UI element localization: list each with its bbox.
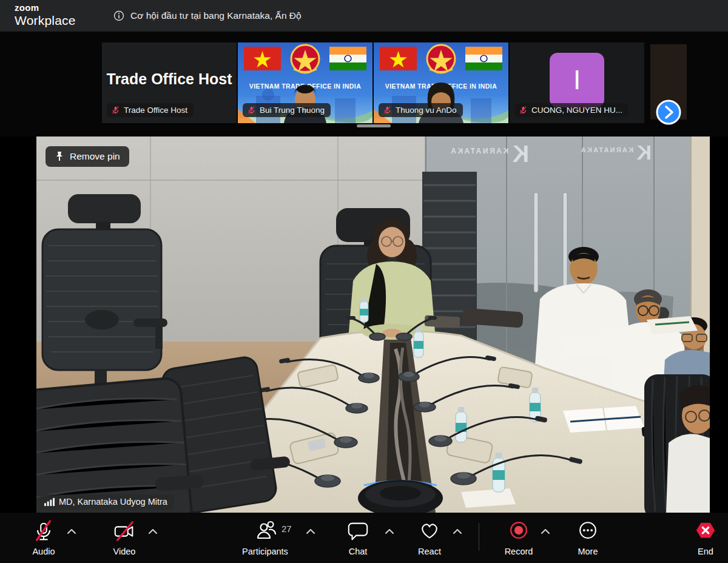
participant-name-pill: Thuong vu AnDo [379,103,463,117]
active-speaker-label: MD, Karnataka Udyog Mitra [39,494,174,510]
toolbar-separator [479,523,479,551]
meeting-toolbar: Audio Video [0,513,728,563]
react-label: React [402,547,457,556]
participants-button[interactable]: 27 Participants [231,513,300,563]
speaker-name-text: MD, Karnataka Udyog Mitra [59,497,167,507]
chat-icon [346,519,369,544]
office-chair-foreground-left [36,377,204,513]
vietnam-emblem [291,45,319,73]
chat-label: Chat [331,547,385,556]
participants-count: 27 [281,524,292,534]
next-participants-button[interactable] [655,99,682,126]
zoom-meeting-window: zoom Workplace Cơ hội đầu tư tại bang Ka… [0,0,728,563]
chat-options-chevron[interactable] [384,527,395,536]
participant-name-text: Trade Office Host [124,106,187,115]
participants-options-chevron[interactable] [305,527,316,536]
record-button[interactable]: Record [491,513,546,563]
end-label: End [681,547,728,556]
more-label: More [561,547,615,556]
participant-tile-bui-trung-thuong[interactable]: VIETNAM TRADE OFFICE IN INDIA [238,42,372,123]
main-stage: K KARNATAKA K KARNATAKA [0,137,728,513]
participant-tile-trade-office-host[interactable]: Trade Office Host Trade Office Host [102,42,237,123]
participant-name-pill: Trade Office Host [107,103,194,117]
network-signal-icon [44,497,55,507]
mic-muted-icon [32,519,55,545]
vietnam-flag [244,47,281,70]
pinned-video: K KARNATAKA K KARNATAKA [36,137,710,513]
heart-react-icon [418,519,441,544]
participant-display-name: Trade Office Host [102,70,237,88]
mic-muted-icon [111,106,120,115]
participant-tile-cuong-nguyen[interactable]: I CUONG, NGUYEN HU... [510,42,644,123]
filmstrip-scrollbar[interactable] [357,124,391,127]
video-options-chevron[interactable] [147,527,158,536]
mic-muted-icon [247,106,256,115]
audio-label: Audio [16,547,71,556]
india-flag [329,47,366,70]
glass-logo-k: K [512,141,529,167]
record-options-chevron[interactable] [540,527,551,536]
audio-options-chevron[interactable] [66,527,77,536]
react-options-chevron[interactable] [452,527,463,536]
participants-icon [256,519,280,544]
participant-name-pill: Bui Trung Thuong [243,103,331,117]
participant-filmstrip: Trade Office Host Trade Office Host [0,32,728,137]
meeting-title: Cơ hội đầu tư tại bang Karnataka, Ấn Độ [130,10,302,21]
vietnam-flag [380,47,417,70]
video-button[interactable]: Video [97,513,152,563]
avatar-letter: I [573,65,581,95]
pin-icon [55,151,64,162]
react-button[interactable]: React [402,513,457,563]
mic-muted-icon [519,106,528,115]
more-button[interactable]: More [561,513,615,563]
chevron-right-icon [655,99,682,126]
info-icon[interactable] [113,10,125,22]
avatar: I [550,53,604,107]
glass-logo-text: KARNATAKA [450,147,508,155]
glass-logo-k: K [636,141,652,164]
meeting-info: Cơ hội đầu tư tại bang Karnataka, Ấn Độ [113,0,302,32]
record-icon [507,519,530,544]
participant-name-pill: CUONG, NGUYEN HU... [514,103,629,117]
participant-tile-thuong-vu-ando[interactable]: VIETNAM TRADE OFFICE IN INDIA [374,42,508,123]
record-label: Record [491,547,546,556]
logo-zoom-text: zoom [15,3,76,12]
vietnam-emblem [427,45,455,73]
glass-logo-text: KARNATAKA [580,146,633,153]
participant-name-text: CUONG, NGUYEN HU... [531,106,622,115]
video-label: Video [97,547,152,556]
remove-pin-button[interactable]: Remove pin [46,146,129,167]
end-meeting-button[interactable]: End [681,513,728,563]
zoom-workplace-logo: zoom Workplace [15,3,76,27]
participants-label: Participants [231,547,300,556]
logo-workplace-text: Workplace [15,14,76,27]
audio-button[interactable]: Audio [16,513,71,563]
india-flag [465,47,502,70]
more-ellipsis-icon [576,519,599,544]
chat-button[interactable]: Chat [331,513,385,563]
conference-room-scene: K KARNATAKA K KARNATAKA [36,137,710,513]
end-call-icon [694,519,717,544]
participant-name-text: Thuong vu AnDo [396,106,457,115]
mic-muted-icon [383,106,392,115]
participant-name-text: Bui Trung Thuong [260,106,325,115]
camera-muted-icon [112,519,137,545]
top-bar: zoom Workplace Cơ hội đầu tư tại bang Ka… [0,0,728,32]
remove-pin-label: Remove pin [70,151,120,162]
